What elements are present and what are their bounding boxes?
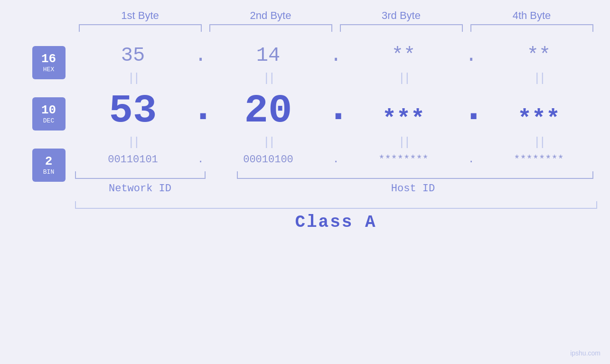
main-container: 1st Byte 2nd Byte 3rd Byte 4th Byte 16 H…	[0, 0, 610, 364]
hex-badge-number: 16	[41, 52, 56, 66]
hex-dot1: .	[191, 44, 210, 67]
bin-b1: 00110101	[75, 150, 191, 169]
dec-b1: 53	[75, 91, 191, 135]
sep2-b3: ||	[346, 135, 462, 149]
bin-b4: ********	[481, 150, 597, 169]
dec-b3: ***	[346, 107, 462, 135]
hex-badge-label: HEX	[43, 66, 54, 73]
class-label: Class A	[295, 213, 376, 232]
sep2-b4: ||	[481, 135, 597, 149]
host-id-label: Host ID	[229, 183, 597, 195]
byte3-header: 3rd Byte	[336, 9, 467, 22]
sep1-b1: ||	[75, 71, 191, 85]
bin-dot2: .	[327, 154, 346, 166]
bracket-b3	[340, 24, 463, 32]
bracket-gap	[209, 171, 233, 179]
hex-b4: **	[481, 40, 597, 71]
dec-dot3: .	[462, 86, 481, 135]
bin-badge-wrapper: 2 BIN	[32, 149, 66, 182]
watermark: ipshu.com	[570, 349, 601, 357]
bracket-b1	[79, 24, 202, 32]
byte4-header: 4th Byte	[467, 9, 597, 22]
network-id-label: Network ID	[75, 183, 206, 195]
class-label-row: Class A	[75, 213, 597, 232]
dec-badge: 10 DEC	[32, 97, 66, 131]
network-bracket	[75, 171, 206, 179]
id-labels: Network ID Host ID	[75, 183, 597, 195]
class-bracket	[75, 201, 597, 209]
dec-dot1: .	[191, 86, 210, 135]
hex-badge: 16 HEX	[32, 46, 66, 79]
bin-b3: ********	[346, 150, 462, 169]
sep1-b4: ||	[481, 71, 597, 85]
bin-b2: 00010100	[210, 150, 327, 169]
top-brackets	[75, 24, 597, 32]
bin-dot1: .	[191, 154, 210, 166]
data-rows: 35 . 14 . ** . ** || || || || 53	[75, 40, 597, 232]
bin-badge-number: 2	[45, 155, 53, 168]
hex-dot2: .	[327, 44, 346, 67]
bin-badge-label: BIN	[43, 168, 54, 176]
bin-dot3: .	[462, 154, 481, 166]
sep-row-1: || || || ||	[75, 71, 597, 86]
bracket-b4	[470, 24, 593, 32]
bottom-brackets	[75, 171, 597, 179]
dec-badge-number: 10	[41, 103, 56, 117]
dec-badge-wrapper: 10 DEC	[32, 97, 66, 131]
sep2-b1: ||	[75, 135, 191, 149]
dec-dot2: .	[327, 86, 346, 135]
hex-b1: 35	[75, 40, 191, 71]
sep1-b2: ||	[210, 71, 327, 85]
byte-headers: 1st Byte 2nd Byte 3rd Byte 4th Byte	[75, 9, 597, 22]
content-area: 16 HEX 10 DEC 2 BIN	[13, 40, 597, 232]
bin-badge: 2 BIN	[32, 149, 66, 182]
hex-b2: 14	[210, 40, 327, 71]
bin-data-row: 00110101 . 00010100 . ******** . *******…	[75, 150, 597, 169]
dec-badge-label: DEC	[43, 117, 54, 124]
dec-b4: ***	[481, 107, 597, 135]
badges-column: 16 HEX 10 DEC 2 BIN	[13, 40, 75, 232]
sep1-b3: ||	[346, 71, 462, 85]
label-gap	[206, 183, 229, 195]
hex-dot3: .	[462, 44, 481, 67]
sep2-b2: ||	[210, 135, 327, 149]
hex-b3: **	[346, 40, 462, 71]
byte1-header: 1st Byte	[75, 9, 206, 22]
hex-data-row: 35 . 14 . ** . **	[75, 40, 597, 71]
byte2-header: 2nd Byte	[206, 9, 336, 22]
hex-badge-wrapper: 16 HEX	[32, 46, 66, 79]
bracket-b2	[209, 24, 332, 32]
sep-row-2: || || || ||	[75, 135, 597, 150]
host-bracket	[237, 171, 593, 179]
dec-b2: 20	[210, 91, 327, 135]
dec-data-row: 53 . 20 . *** . ***	[75, 86, 597, 135]
